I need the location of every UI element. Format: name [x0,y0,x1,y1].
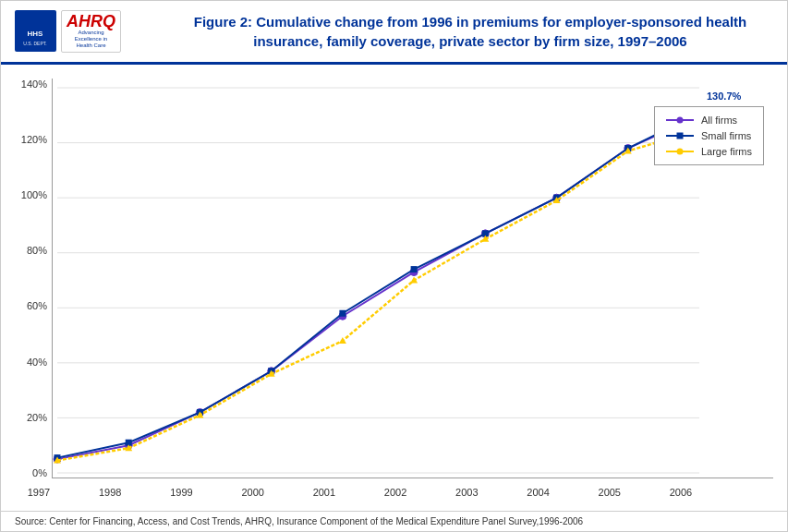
legend-dot-all [676,116,683,123]
ahrq-logo: AHRQ AdvancingExcellence inHealth Care [61,10,121,53]
svg-text:HHS: HHS [28,30,44,38]
legend-label-all: All firms [701,115,737,126]
svg-marker-35 [339,337,346,344]
y-label-60: 60% [15,300,52,311]
legend-line-all [666,119,694,121]
legend-label-large: Large firms [701,146,752,157]
chart-area: 140% 120% 100% 80% 60% 40% 20% 0% 130.7%… [1,65,787,506]
y-axis-labels: 140% 120% 100% 80% 60% 40% 20% 0% [15,74,52,502]
y-label-120: 120% [15,134,52,145]
y-label-20: 20% [15,412,52,423]
svg-rect-26 [411,266,418,272]
legend-dot-small [676,132,683,139]
svg-text:U.S. DEPT.: U.S. DEPT. [23,41,46,46]
legend-item-large: Large firms [666,146,752,157]
y-label-100: 100% [15,189,52,200]
legend: All firms Small firms [654,106,764,165]
legend-item-all: All firms [666,115,752,126]
logo-area: HHS U.S. DEPT. AHRQ AdvancingExcellence … [15,10,153,53]
legend-line-small [666,135,694,137]
y-label-80: 80% [15,245,52,256]
legend-dot-large [676,148,683,154]
chart-title: Figure 2: Cumulative change from 1996 in… [167,12,773,51]
chart-wrapper: 140% 120% 100% 80% 60% 40% 20% 0% 130.7%… [15,74,773,502]
legend-line-large [666,151,694,152]
header: HHS U.S. DEPT. AHRQ AdvancingExcellence … [1,1,787,65]
main-container: HHS U.S. DEPT. AHRQ AdvancingExcellence … [0,0,788,532]
ahrq-text: AHRQ [67,13,115,30]
legend-item-small: Small firms [666,130,752,141]
source-text: Source: Center for Financing, Access, an… [1,511,787,531]
y-label-140: 140% [15,79,52,90]
y-label-40: 40% [15,357,52,368]
legend-label-small: Small firms [701,130,751,141]
y-label-0: 0% [15,467,52,478]
svg-text:130.7%: 130.7% [707,90,742,101]
hhs-logo: HHS U.S. DEPT. [15,10,56,52]
svg-rect-25 [339,309,346,316]
ahrq-subtitle: AdvancingExcellence inHealth Care [75,30,107,50]
chart-inner: 130.7%129.7%124.7% All firms [52,79,773,478]
